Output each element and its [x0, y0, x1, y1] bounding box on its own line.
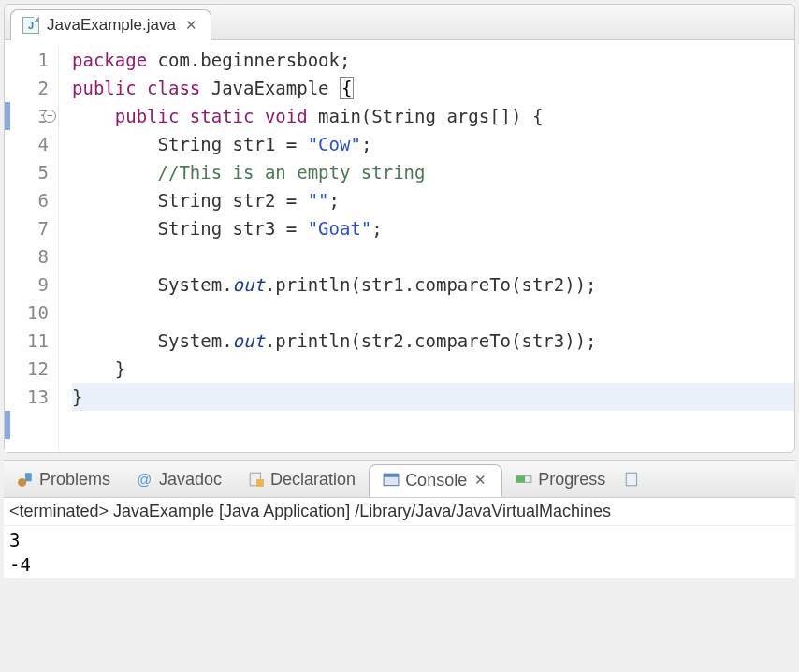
line-number: 12: [5, 355, 49, 383]
editor-tab-bar: J JavaExample.java ✕: [5, 5, 794, 40]
code-area[interactable]: 123−45678910111213 package com.beginners…: [5, 40, 794, 452]
console-status-line: <terminated> JavaExample [Java Applicati…: [4, 498, 795, 526]
tab-label: Declaration: [270, 470, 356, 489]
fold-toggle-icon[interactable]: −: [43, 110, 56, 123]
tab-progress[interactable]: Progress: [502, 464, 618, 495]
tab-label: Progress: [538, 470, 605, 489]
line-number-gutter: 123−45678910111213: [5, 46, 59, 452]
tab-javadoc[interactable]: @Javadoc: [123, 464, 235, 495]
line-number: 7: [5, 214, 49, 242]
svg-rect-1: [25, 473, 32, 481]
tab-problems[interactable]: Problems: [4, 464, 123, 495]
problems-icon: [17, 471, 34, 488]
tab-console[interactable]: Console✕: [369, 464, 502, 497]
code-line[interactable]: //This is an empty string: [72, 158, 794, 186]
console-icon: [383, 472, 400, 489]
java-file-icon: J: [22, 17, 39, 34]
console-line: 3: [9, 528, 790, 552]
editor-tab[interactable]: J JavaExample.java ✕: [10, 9, 211, 40]
line-number: 9: [5, 270, 49, 299]
svg-rect-4: [256, 479, 264, 487]
line-number: 8: [5, 242, 49, 270]
javadoc-icon: @: [137, 471, 153, 488]
line-number: 11: [5, 327, 49, 355]
tab-label: Problems: [39, 470, 110, 489]
svg-text:@: @: [137, 472, 152, 488]
line-number: 1: [5, 46, 49, 74]
console-line: -4: [9, 552, 790, 577]
code-line[interactable]: [72, 242, 794, 270]
code-line[interactable]: System.out.println(str1.compareTo(str2))…: [72, 270, 794, 299]
code-content[interactable]: package com.beginnersbook;public class J…: [59, 46, 794, 452]
close-tab-icon[interactable]: ✕: [472, 472, 488, 489]
tab-label: Console: [405, 471, 467, 490]
code-line[interactable]: public class JavaExample {: [72, 74, 794, 102]
editor-panel: J JavaExample.java ✕ 123−45678910111213 …: [4, 4, 795, 453]
code-line[interactable]: System.out.println(str2.compareTo(str3))…: [72, 327, 794, 355]
code-line[interactable]: [72, 299, 794, 327]
code-line[interactable]: }: [72, 355, 794, 383]
line-number: 4: [5, 130, 49, 158]
view-menu-icon[interactable]: [624, 471, 641, 488]
code-line[interactable]: public static void main(String args[]) {: [72, 102, 794, 130]
console-output: 3-4: [4, 526, 795, 578]
code-line[interactable]: String str3 = "Goat";: [72, 214, 794, 242]
svg-rect-6: [384, 474, 399, 476]
tab-filename: JavaExample.java: [47, 16, 176, 35]
bottom-panel: Problems@JavadocDeclarationConsole✕Progr…: [4, 460, 795, 578]
code-line[interactable]: }: [72, 383, 794, 411]
code-line[interactable]: String str1 = "Cow";: [72, 130, 794, 158]
line-number: 5: [5, 158, 49, 186]
code-line[interactable]: package com.beginnersbook;: [72, 46, 794, 74]
svg-rect-8: [516, 476, 525, 483]
bottom-tab-bar: Problems@JavadocDeclarationConsole✕Progr…: [4, 460, 795, 498]
close-tab-icon[interactable]: ✕: [183, 17, 199, 34]
line-number: 6: [5, 186, 49, 214]
svg-rect-9: [626, 473, 636, 486]
svg-point-0: [18, 478, 26, 487]
line-number: 13: [5, 383, 49, 411]
line-number: 2: [5, 74, 49, 102]
tab-declaration[interactable]: Declaration: [235, 464, 369, 495]
code-line[interactable]: String str2 = "";: [72, 186, 794, 214]
progress-icon: [516, 471, 532, 488]
tab-label: Javadoc: [159, 470, 222, 489]
declaration-icon: [248, 471, 265, 488]
line-number: 3−: [5, 102, 49, 130]
line-number: 10: [5, 299, 49, 327]
